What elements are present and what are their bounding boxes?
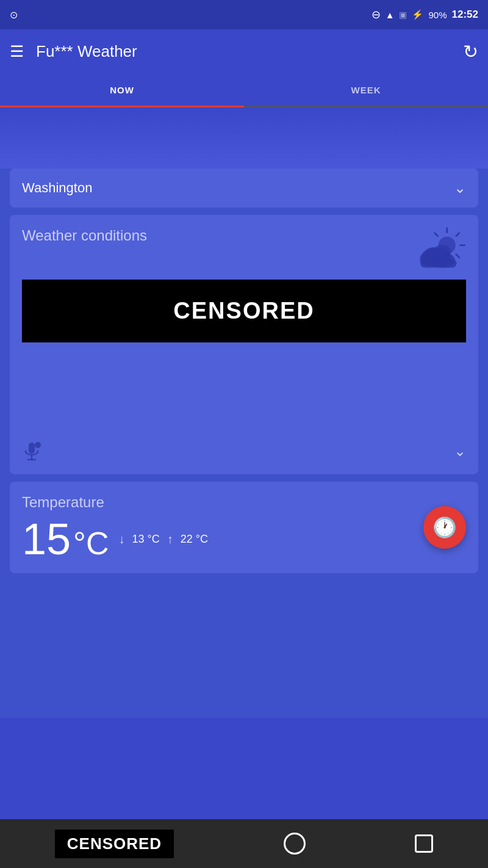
censored-weather-text: CENSORED [22, 280, 466, 342]
fab-clock-button[interactable]: 🕐 [423, 506, 466, 549]
status-bar: ⊙ ⊖ ▲ ▣ ⚡ 90% 12:52 [0, 0, 488, 29]
temperature-min: 13 °C [132, 533, 159, 546]
svg-rect-12 [29, 443, 35, 454]
status-bar-right: ⊖ ▲ ▣ ⚡ 90% 12:52 [371, 8, 478, 21]
nav-recent-button[interactable] [415, 834, 433, 853]
signal-icon: ▣ [399, 10, 407, 20]
svg-line-1 [456, 233, 459, 236]
temperature-row: 15°C ↓ 13 °C ↑ 22 °C [22, 517, 466, 561]
temperature-min-max: ↓ 13 °C ↑ 22 °C [118, 532, 207, 546]
hamburger-menu-icon[interactable]: ☰ [10, 43, 24, 59]
record-icon: ⊙ [10, 9, 18, 21]
svg-point-11 [434, 245, 451, 259]
city-name: Washington [22, 180, 92, 196]
svg-point-15 [35, 442, 41, 448]
main-content: Washington ⌄ Weather conditions [0, 168, 488, 718]
clock-fab-icon: 🕐 [432, 516, 457, 539]
app-bar: ☰ Fu*** Weather ↻ [0, 29, 488, 73]
temperature-card: Temperature 15°C ↓ 13 °C ↑ 22 °C 🕐 [10, 482, 478, 573]
mute-icon: ⊖ [371, 8, 381, 21]
tabs-bar: NOW WEEK [0, 73, 488, 107]
app-title: Fu*** Weather [36, 42, 137, 61]
tab-week[interactable]: WEEK [244, 73, 488, 106]
temperature-title: Temperature [22, 494, 466, 511]
mic-notification-icon[interactable] [22, 440, 44, 462]
status-bar-left: ⊙ [10, 9, 18, 21]
battery-level: 90% [428, 10, 447, 20]
svg-line-4 [435, 233, 438, 236]
wifi-icon: ▲ [386, 10, 395, 20]
temperature-max: 22 °C [181, 533, 208, 546]
battery-charging-icon: ⚡ [412, 9, 423, 20]
weather-card-header: Weather conditions [22, 227, 466, 270]
svg-rect-9 [420, 259, 457, 268]
svg-line-3 [456, 255, 459, 258]
sun-cloud-icon [417, 227, 466, 270]
weather-card-chevron-down-icon[interactable]: ⌄ [454, 443, 466, 460]
temp-max-arrow-icon: ↑ [167, 532, 173, 546]
weather-card-bottom: ⌄ [22, 440, 466, 462]
city-chevron-down-icon: ⌄ [454, 179, 466, 197]
weather-conditions-card: Weather conditions C [10, 215, 478, 474]
clock-time: 12:52 [452, 9, 478, 21]
city-selector-card[interactable]: Washington ⌄ [10, 168, 478, 208]
nav-censored-text: CENSORED [55, 830, 174, 858]
weather-conditions-title: Weather conditions [22, 227, 147, 244]
refresh-icon[interactable]: ↻ [463, 41, 478, 62]
banner-area [0, 107, 488, 168]
temp-min-arrow-icon: ↓ [118, 532, 124, 546]
temperature-value: 15°C [22, 517, 109, 561]
tab-now[interactable]: NOW [0, 73, 244, 106]
nav-bar: CENSORED [0, 819, 488, 868]
app-bar-left: ☰ Fu*** Weather [10, 42, 137, 61]
nav-home-button[interactable] [284, 833, 306, 855]
